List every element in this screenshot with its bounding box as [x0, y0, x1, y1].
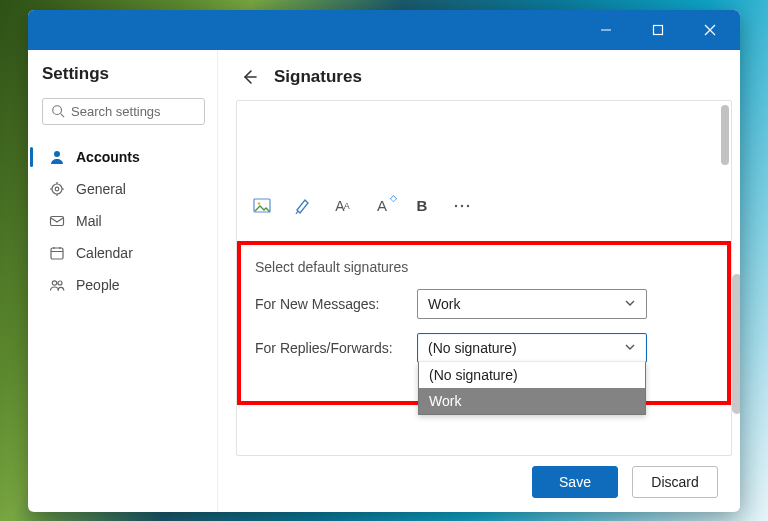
paintbrush-icon — [293, 197, 311, 215]
maximize-icon — [652, 24, 664, 36]
svg-rect-13 — [51, 216, 64, 225]
svg-point-25 — [467, 204, 469, 206]
search-icon — [51, 104, 65, 118]
replies-forwards-label: For Replies/Forwards: — [255, 340, 405, 356]
sidebar-item-label: People — [76, 277, 120, 293]
image-icon — [253, 198, 271, 214]
sidebar-nav: Accounts General Mail Calendar People — [42, 141, 205, 301]
svg-point-23 — [455, 204, 457, 206]
svg-point-18 — [52, 280, 56, 284]
sidebar-title: Settings — [42, 64, 205, 84]
search-input[interactable]: Search settings — [42, 98, 205, 125]
arrow-left-icon — [240, 68, 258, 86]
sidebar-item-people[interactable]: People — [42, 269, 205, 301]
chevron-down-icon — [624, 296, 636, 312]
dropdown-option-work[interactable]: Work — [419, 388, 645, 414]
new-messages-select[interactable]: Work — [417, 289, 647, 319]
sidebar-item-label: Accounts — [76, 149, 140, 165]
dropdown-option-no-signature[interactable]: (No signature) — [419, 362, 645, 388]
sidebar-item-accounts[interactable]: Accounts — [42, 141, 205, 173]
page-title: Signatures — [274, 67, 362, 87]
discard-button[interactable]: Discard — [632, 466, 718, 498]
page-header: Signatures — [218, 50, 740, 100]
maximize-button[interactable] — [636, 14, 680, 46]
app-window: Settings Search settings Accounts Genera… — [28, 10, 740, 512]
sidebar-item-label: Mail — [76, 213, 102, 229]
calendar-icon — [48, 244, 66, 262]
svg-point-8 — [55, 187, 59, 191]
insert-image-button[interactable] — [251, 195, 273, 217]
svg-rect-14 — [51, 248, 63, 259]
new-messages-row: For New Messages: Work — [255, 289, 713, 319]
replies-forwards-row: For Replies/Forwards: (No signature) (No… — [255, 333, 713, 363]
new-messages-label: For New Messages: — [255, 296, 405, 312]
svg-point-22 — [258, 202, 261, 205]
more-button[interactable] — [451, 195, 473, 217]
sidebar-item-general[interactable]: General — [42, 173, 205, 205]
main-panel: Signatures AA A◇ B — [218, 50, 740, 512]
inner-scrollbar[interactable] — [721, 101, 729, 455]
scrollbar-thumb[interactable] — [721, 105, 729, 165]
default-signatures-section: Select default signatures For New Messag… — [237, 241, 731, 405]
format-painter-button[interactable] — [291, 195, 313, 217]
close-icon — [704, 24, 716, 36]
bold-button[interactable]: B — [411, 195, 433, 217]
person-icon — [48, 148, 66, 166]
sidebar-item-mail[interactable]: Mail — [42, 205, 205, 237]
signature-editor[interactable] — [237, 101, 731, 189]
minimize-icon — [600, 24, 612, 36]
svg-point-24 — [461, 204, 463, 206]
svg-point-4 — [53, 106, 62, 115]
font-size-button[interactable]: AA — [331, 195, 353, 217]
new-messages-value: Work — [428, 296, 460, 312]
back-button[interactable] — [236, 64, 262, 90]
sidebar: Settings Search settings Accounts Genera… — [28, 50, 218, 512]
ellipsis-icon — [453, 203, 471, 209]
replies-forwards-select[interactable]: (No signature) (No signature) Work — [417, 333, 647, 363]
sidebar-item-label: General — [76, 181, 126, 197]
titlebar — [28, 10, 740, 50]
footer: Save Discard — [218, 456, 740, 512]
replies-forwards-value: (No signature) — [428, 340, 517, 356]
search-placeholder: Search settings — [71, 104, 161, 119]
chevron-down-icon — [624, 340, 636, 356]
save-button[interactable]: Save — [532, 466, 618, 498]
scrollbar-thumb[interactable] — [732, 274, 740, 414]
section-title: Select default signatures — [255, 259, 713, 275]
svg-line-5 — [61, 114, 65, 118]
people-icon — [48, 276, 66, 294]
mail-icon — [48, 212, 66, 230]
panel-scrollbar[interactable] — [732, 114, 740, 448]
editor-toolbar: AA A◇ B — [237, 189, 731, 229]
font-color-button[interactable]: A◇ — [371, 195, 393, 217]
content-area: Settings Search settings Accounts Genera… — [28, 50, 740, 512]
signatures-scroll-area: AA A◇ B Select default signatures For Ne… — [236, 100, 732, 456]
minimize-button[interactable] — [584, 14, 628, 46]
sidebar-item-label: Calendar — [76, 245, 133, 261]
gear-icon — [48, 180, 66, 198]
svg-point-7 — [52, 184, 62, 194]
close-button[interactable] — [688, 14, 732, 46]
svg-rect-1 — [654, 25, 663, 34]
replies-forwards-dropdown: (No signature) Work — [418, 362, 646, 415]
sidebar-item-calendar[interactable]: Calendar — [42, 237, 205, 269]
svg-point-6 — [54, 151, 60, 157]
svg-point-19 — [58, 281, 62, 285]
